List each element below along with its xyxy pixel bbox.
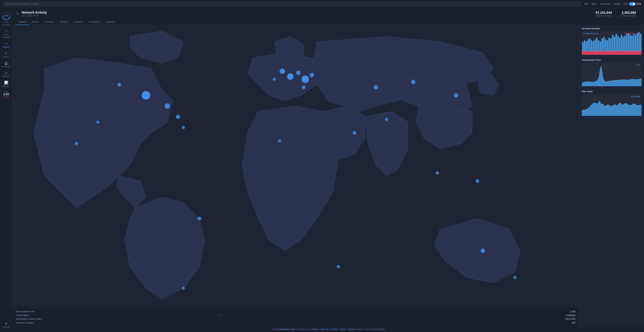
settings-label: Settings (2, 326, 10, 328)
footer-blockwatch-link[interactable]: Blockwatch Data (279, 328, 295, 330)
transaction-fees-title: Transaction Fees (582, 59, 642, 61)
svg-rect-39 (600, 41, 601, 51)
page-header: 〜 Network Activity Jul 7, 2021 14:34 57,… (12, 8, 644, 18)
tab-blocks[interactable]: Blocks (29, 19, 42, 25)
activity-icon: 〜 (4, 42, 8, 45)
api-link[interactable]: API (584, 3, 588, 5)
footer-copyright: © 2021 (272, 328, 278, 330)
sidebar-item-election[interactable]: ◎ Election (0, 69, 12, 79)
svg-rect-62 (640, 34, 642, 51)
svg-rect-29 (582, 42, 584, 51)
bakers-label: Bakers (3, 56, 9, 58)
transaction-fees-chart: Fee (582, 63, 642, 86)
tabs: Bakers Blocks Transfers Whales Hotspots … (12, 18, 644, 25)
currency-toggle: USD XTZ (623, 2, 641, 6)
svg-rect-52 (622, 37, 624, 51)
svg-rect-47 (614, 37, 615, 51)
gas-used-svg (582, 94, 642, 116)
header-stats: 57,101,644 Total Transactions 1,402,682 … (591, 10, 640, 18)
tab-slashing[interactable]: Slashing (103, 19, 118, 25)
svg-point-26 (337, 265, 340, 268)
currency-xtz-label: XTZ (636, 3, 641, 5)
svg-rect-33 (589, 39, 590, 51)
svg-rect-32 (587, 39, 589, 51)
svg-rect-49 (617, 36, 619, 51)
svg-rect-54 (626, 34, 628, 51)
map-footer-row-3: Unknown Location 266 (16, 321, 576, 324)
most-blocks-label: Most Blocks: United States (16, 317, 42, 321)
svg-point-3 (176, 115, 180, 119)
svg-point-12 (302, 76, 309, 83)
footer-or: or (318, 328, 321, 330)
sidebar-item-block[interactable]: ⬡ Block 1,546,803 (0, 28, 12, 40)
sidebar: 377 Cycle +1d 46min ⬡ Block 1,546,803 〜 … (0, 8, 12, 332)
svg-point-17 (411, 80, 416, 84)
sidebar-item-bakers[interactable]: ✦ Bakers (0, 50, 12, 60)
footer-twitter-link[interactable]: Twitter (312, 328, 318, 330)
svg-rect-40 (602, 39, 603, 51)
cycle-sub: +1d 46min (2, 24, 10, 26)
main-layout: 377 Cycle +1d 46min ⬡ Block 1,546,803 〜 … (0, 8, 644, 332)
svg-rect-42 (605, 39, 606, 51)
gas-used-chart-label: Gas Used (631, 95, 640, 97)
search-input[interactable] (3, 1, 581, 7)
svg-point-6 (75, 142, 78, 145)
footer-contact: Contact us on (298, 328, 311, 330)
svg-point-27 (182, 287, 185, 290)
map-footer-row-2: Most Blocks: United States 344 (24%) (16, 317, 576, 321)
total-transactions-label: Total Transactions (596, 15, 612, 17)
svg-rect-57 (631, 36, 633, 51)
svg-rect-58 (633, 34, 634, 51)
body-split: Blocks Baked (24h) 1,440 Current Block 1… (12, 25, 644, 326)
tab-whales[interactable]: Whales (57, 19, 71, 25)
sidebar-item-cycle[interactable]: 377 Cycle +1d 46min (0, 10, 12, 28)
sidebar-item-settings[interactable]: ⚙ Settings (0, 320, 12, 330)
svg-rect-60 (636, 33, 638, 51)
sidebar-item-protocols[interactable]: ⚓ Protocols (0, 60, 12, 69)
markets-label: Markets (2, 85, 10, 87)
feedback-link[interactable]: Feedback (600, 3, 610, 5)
svg-point-1 (142, 91, 150, 99)
svg-point-18 (454, 93, 458, 97)
page-subtitle: Jul 7, 2021 14:34 (22, 15, 47, 17)
current-block-value: 1,546,803 (566, 313, 576, 317)
markets-icon: 📊 (4, 81, 8, 84)
svg-point-14 (302, 85, 306, 89)
svg-point-11 (296, 71, 300, 75)
svg-point-8 (198, 217, 201, 220)
footer-terms-link[interactable]: Terms (340, 328, 346, 330)
settings-icon: ⚙ (5, 322, 8, 325)
svg-point-10 (287, 73, 294, 80)
guide-link[interactable]: Guide (614, 3, 620, 5)
sidebar-item-activity[interactable]: 〜 Activity (0, 40, 12, 50)
cycle-number: 377 (4, 15, 8, 17)
page-title-block: Network Activity Jul 7, 2021 14:34 (22, 11, 47, 17)
content-area: 〜 Network Activity Jul 7, 2021 14:34 57,… (12, 8, 644, 332)
svg-rect-46 (612, 35, 613, 51)
blog-link[interactable]: Blog (592, 3, 596, 5)
tab-hotspots[interactable]: Hotspots (71, 19, 86, 25)
tab-activations[interactable]: Activations (86, 19, 103, 25)
block-icon: ⬡ (5, 30, 8, 33)
svg-point-5 (96, 120, 100, 124)
svg-point-19 (476, 179, 480, 183)
footer-dash4: – (346, 328, 348, 330)
funded-accounts-value: 1,402,682 (621, 11, 636, 15)
price-change: -0.3 % (3, 96, 9, 98)
tab-transfers[interactable]: Transfers (42, 19, 57, 25)
cycle-label: Cycle (4, 21, 9, 23)
sidebar-item-markets[interactable]: 📊 Markets (0, 79, 12, 89)
footer-privacy-link[interactable]: Privacy (348, 328, 356, 330)
footer-version-text: version: v2.2.5-11-g073eb28b (356, 328, 385, 330)
footer-credits-link[interactable]: Credits (331, 328, 338, 330)
svg-rect-48 (616, 34, 617, 51)
svg-point-16 (374, 85, 378, 90)
svg-rect-30 (584, 40, 585, 51)
currency-switch[interactable] (629, 2, 636, 6)
transaction-fees-section: Transaction Fees Fee (579, 56, 644, 88)
cycle-circle: 377 (2, 12, 10, 20)
most-blocks-value: 344 (24%) (566, 317, 576, 321)
footer-discord-link[interactable]: Discord (321, 328, 328, 330)
svg-point-21 (278, 139, 281, 142)
tab-bakers[interactable]: Bakers (16, 19, 29, 25)
